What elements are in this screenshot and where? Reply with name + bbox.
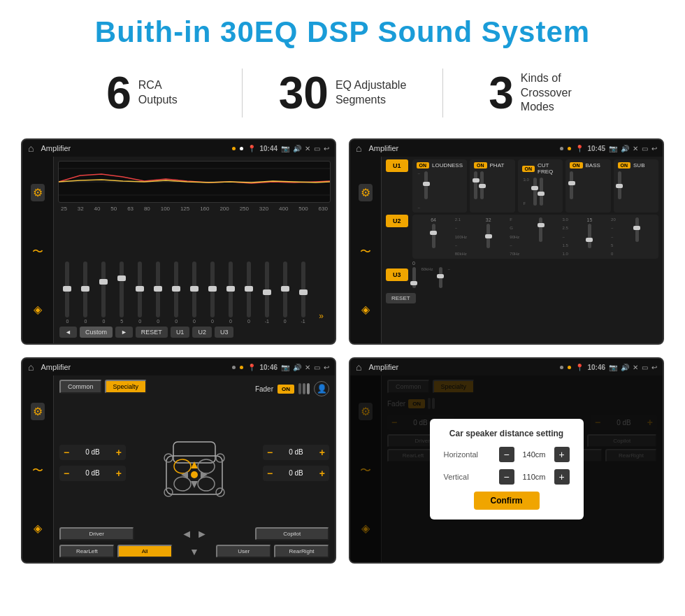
- cross-filter-icon[interactable]: ⚙: [359, 184, 373, 201]
- cross-cutfreq: ON CUT FREQ 3.0F: [518, 159, 563, 213]
- db-rl-plus[interactable]: +: [116, 468, 122, 479]
- fader-wave-icon[interactable]: 〜: [32, 464, 43, 478]
- fader-person-icon[interactable]: 👤: [314, 381, 329, 396]
- eq-prev-btn[interactable]: ◄: [59, 327, 77, 338]
- cross-u3-btn[interactable]: U3: [386, 268, 408, 281]
- eq-slider-12[interactable]: -1: [259, 262, 275, 324]
- cross-speaker-icon[interactable]: ◈: [361, 303, 370, 316]
- fader-user-btn[interactable]: User: [216, 545, 271, 558]
- cross-wave-icon[interactable]: 〜: [360, 245, 371, 259]
- eq-label-63: 63: [127, 206, 134, 212]
- db-fr-minus[interactable]: −: [267, 447, 273, 458]
- horizontal-row: Horizontal − 140cm +: [444, 447, 570, 462]
- fader-speaker-icon[interactable]: ◈: [34, 522, 42, 535]
- dialog-back-icon[interactable]: ↩: [651, 364, 657, 371]
- bass-on-badge[interactable]: ON: [570, 162, 583, 169]
- svg-point-15: [216, 454, 224, 462]
- eq-slider-9[interactable]: 0: [205, 262, 221, 324]
- eq-speaker-icon[interactable]: ◈: [34, 303, 42, 316]
- db-rl-value: 0 dB: [72, 469, 113, 477]
- fader-right-arrow[interactable]: ►: [196, 528, 208, 540]
- eq-slider-5[interactable]: 0: [132, 262, 148, 324]
- eq-reset-btn[interactable]: RESET: [136, 327, 168, 338]
- eq-u1-btn[interactable]: U1: [171, 327, 190, 338]
- db-fl-plus[interactable]: +: [116, 447, 122, 458]
- fader-center-arrows: ◄ ►: [137, 527, 252, 540]
- db-fl-minus[interactable]: −: [64, 447, 69, 458]
- eq-screen-content: ⚙ 〜 ◈: [22, 157, 335, 343]
- eq-wave-icon[interactable]: 〜: [32, 245, 43, 259]
- eq-home-icon[interactable]: ⌂: [28, 143, 34, 154]
- sub-on-badge[interactable]: ON: [618, 162, 631, 169]
- horizontal-plus-btn[interactable]: +: [554, 447, 570, 462]
- eq-slider-7[interactable]: 0: [168, 262, 185, 324]
- svg-point-14: [164, 454, 173, 462]
- eq-status-dot: [232, 147, 236, 150]
- fader-on-toggle[interactable]: ON: [277, 385, 294, 394]
- fader-all-btn[interactable]: All: [117, 545, 173, 558]
- db-rr-plus[interactable]: +: [319, 468, 325, 479]
- eq-u3-btn[interactable]: U3: [215, 327, 234, 338]
- fader-time: 10:46: [259, 364, 277, 371]
- dialog-overlay: Car speaker distance setting Horizontal …: [350, 375, 663, 562]
- fader-back-icon[interactable]: ↩: [324, 364, 329, 371]
- eq-slider-4[interactable]: 5: [114, 262, 130, 324]
- eq-label-80: 80: [144, 206, 150, 212]
- eq-slider-1[interactable]: 0: [59, 262, 75, 324]
- crossover-main: U1 ON LOUDNESS ~~: [382, 157, 663, 343]
- eq-label-250: 250: [240, 206, 249, 212]
- fader-rearleft-btn[interactable]: RearLeft: [59, 545, 115, 558]
- vertical-minus-btn[interactable]: −: [499, 469, 514, 485]
- eq-slider-13[interactable]: 0: [277, 262, 293, 324]
- eq-back-icon[interactable]: ↩: [324, 145, 329, 152]
- db-rr-minus[interactable]: −: [267, 468, 273, 479]
- eq-slider-6[interactable]: 0: [150, 262, 166, 324]
- dialog-title-bar: Amplifier: [368, 363, 556, 371]
- fader-rearright-btn[interactable]: RearRight: [274, 545, 329, 558]
- db-control-rr: − 0 dB +: [263, 466, 329, 481]
- eq-slider-10[interactable]: 0: [222, 262, 238, 324]
- eq-next-btn[interactable]: ►: [115, 327, 133, 338]
- cross-reset-btn[interactable]: RESET: [386, 293, 416, 303]
- db-fr-value: 0 dB: [275, 448, 317, 456]
- eq-slider-11[interactable]: 0: [240, 262, 257, 324]
- fader-filter-icon[interactable]: ⚙: [31, 403, 45, 420]
- fader-common-tab[interactable]: Common: [59, 380, 102, 394]
- eq-filter-icon[interactable]: ⚙: [31, 184, 45, 201]
- cross-back-icon[interactable]: ↩: [651, 145, 657, 152]
- db-rl-minus[interactable]: −: [64, 468, 69, 479]
- crossover-content: ⚙ 〜 ◈ U1 ON LOUDNESS: [350, 157, 663, 343]
- cross-home-icon[interactable]: ⌂: [356, 143, 361, 154]
- stat-eq-label: EQ AdjustableSegments: [336, 78, 406, 108]
- loudness-on-badge[interactable]: ON: [417, 162, 430, 169]
- fader-home-icon[interactable]: ⌂: [28, 361, 34, 373]
- fader-cam-icon: 📷: [281, 364, 289, 371]
- cross-sub: ON SUB: [614, 159, 659, 213]
- fader-x-icon: ✕: [305, 364, 310, 371]
- fader-slider-mini[interactable]: [298, 383, 310, 394]
- eq-slider-8[interactable]: 0: [187, 262, 203, 324]
- eq-custom-btn[interactable]: Custom: [80, 327, 113, 338]
- cross-u2-btn[interactable]: U2: [386, 215, 408, 227]
- fader-status-bar: ⌂ Amplifier 📍 10:46 📷 🔊 ✕ ▭ ↩: [22, 359, 335, 375]
- fader-left-arrow[interactable]: ◄: [181, 528, 192, 540]
- dialog-x-icon: ✕: [633, 364, 638, 371]
- db-fr-plus[interactable]: +: [319, 447, 325, 458]
- eq-slider-arrow[interactable]: »: [313, 311, 329, 324]
- cross-u1-btn[interactable]: U1: [386, 159, 408, 172]
- horizontal-minus-btn[interactable]: −: [499, 447, 514, 462]
- fader-copilot-btn[interactable]: Copilot: [255, 527, 330, 540]
- eq-slider-2[interactable]: 0: [78, 262, 94, 324]
- eq-slider-3[interactable]: 0: [96, 262, 112, 324]
- vertical-plus-btn[interactable]: +: [554, 469, 570, 485]
- fader-driver-btn[interactable]: Driver: [59, 527, 134, 540]
- eq-slider-14[interactable]: -1: [295, 262, 311, 324]
- fader-specialty-tab[interactable]: Specialty: [105, 380, 147, 394]
- dialog-home-icon[interactable]: ⌂: [356, 361, 361, 373]
- cutfreq-on-badge[interactable]: ON: [522, 166, 535, 172]
- car-diagram: [131, 414, 257, 512]
- confirm-button[interactable]: Confirm: [474, 492, 540, 510]
- phat-on-badge[interactable]: ON: [474, 162, 487, 169]
- eq-u2-btn[interactable]: U2: [192, 327, 212, 338]
- cross-bass: ON BASS: [565, 159, 611, 213]
